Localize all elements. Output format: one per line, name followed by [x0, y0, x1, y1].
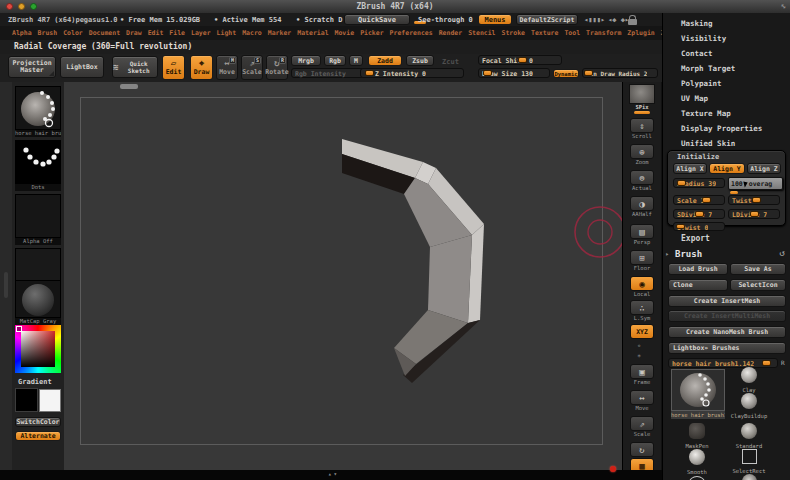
zsub-button[interactable]: Zsub: [406, 55, 434, 66]
z-intensity-slider[interactable]: Z Intensity 0: [360, 68, 464, 78]
reset-icon[interactable]: ↺: [780, 248, 785, 258]
scroll-arrows-icon[interactable]: ▴▾: [328, 470, 339, 477]
select-icon-button[interactable]: SelectIcon: [730, 279, 786, 291]
menu-brush[interactable]: Brush: [38, 29, 58, 37]
main-color-swatch[interactable]: [15, 388, 38, 412]
brush-thumb-selectlasso[interactable]: SelectLasso: [675, 474, 719, 480]
brush-thumb-clay[interactable]: Clay: [727, 367, 771, 394]
align-z-button[interactable]: Align Z: [747, 163, 781, 174]
see-through-label[interactable]: See-through 0: [418, 16, 473, 24]
itwist-slider[interactable]: ITwist 0: [673, 222, 725, 231]
clone-button[interactable]: Clone: [668, 279, 728, 291]
menu-zplugin[interactable]: Zplugin: [627, 29, 654, 37]
menu-light[interactable]: Light: [217, 29, 237, 37]
current-alpha-thumb[interactable]: [15, 194, 61, 238]
shelf-move[interactable]: ↔Move: [629, 390, 655, 411]
menu-preferences[interactable]: Preferences: [390, 29, 433, 37]
mrgb-button[interactable]: Mrgb: [291, 55, 321, 66]
rgb-button[interactable]: Rgb: [324, 55, 346, 66]
menu-stencil[interactable]: Stencil: [468, 29, 495, 37]
initialize-title[interactable]: Initialize: [677, 153, 719, 161]
coverage-slider-hover[interactable]: 100 overag: [728, 177, 783, 190]
menu-transform[interactable]: Transform: [586, 29, 621, 37]
create-nanomesh-button[interactable]: Create NanoMesh Brush: [668, 326, 786, 338]
brush-thumb-claybuildup[interactable]: ClayBuildup: [727, 393, 771, 420]
section-polypaint[interactable]: Polypaint: [681, 79, 722, 88]
section-texture-map[interactable]: Texture Map: [681, 109, 731, 118]
menu-tool[interactable]: Tool: [564, 29, 580, 37]
create-insertmesh-button[interactable]: Create InsertMesh: [668, 295, 786, 307]
rgb-intensity-slider[interactable]: Rgb Intensity: [291, 68, 367, 78]
dynamic-button[interactable]: Dynamic: [553, 69, 579, 78]
ldivide-slider[interactable]: LDivide 7: [728, 209, 780, 219]
section-unified-skin[interactable]: Unified Skin: [681, 139, 735, 148]
shelf-floor[interactable]: ⊞Floor: [629, 250, 655, 271]
menu-movie[interactable]: Movie: [335, 29, 355, 37]
spix-preview[interactable]: SPix: [629, 84, 655, 114]
zcut-button[interactable]: Zcut: [442, 56, 459, 67]
section-display-properties[interactable]: Display Properties: [681, 124, 762, 133]
menu-marker[interactable]: Marker: [268, 29, 291, 37]
shelf-scroll[interactable]: ⇕Scroll: [629, 118, 655, 139]
brush-panel-title[interactable]: Brush: [675, 249, 702, 259]
move-button[interactable]: M ↔ Move: [216, 55, 238, 80]
draw-button[interactable]: ⌖ Draw: [190, 55, 213, 80]
edit-button[interactable]: ▱ Edit: [162, 55, 185, 80]
shelf-actual[interactable]: ⊜Actual: [629, 170, 655, 191]
shelf-local[interactable]: ◉Local: [629, 276, 655, 297]
section-visibility[interactable]: Visibility: [681, 34, 726, 43]
menu-texture[interactable]: Texture: [531, 29, 558, 37]
min-draw-radius-slider[interactable]: Min Draw Radius 2: [582, 68, 658, 78]
scale-button[interactable]: S ⇗ Scale: [241, 55, 263, 80]
sradius-slider[interactable]: SRadius 39: [673, 178, 725, 188]
menu-file[interactable]: File: [169, 29, 185, 37]
shelf-zoom[interactable]: ⊕Zoom: [629, 144, 655, 165]
r-label[interactable]: R: [781, 359, 785, 366]
scale-slider[interactable]: Scale 1: [673, 195, 725, 205]
gradient-label[interactable]: Gradient: [18, 378, 52, 386]
brush-thumb-smooth[interactable]: Smooth: [675, 449, 719, 476]
default-zscript-button[interactable]: DefaultZScript: [516, 14, 578, 25]
current-stroke-thumb[interactable]: [15, 140, 61, 184]
color-picker[interactable]: [15, 325, 61, 373]
create-insertmultimesh-button[interactable]: Create InsertMultiMesh: [668, 310, 786, 322]
save-as-button[interactable]: Save As: [730, 263, 786, 275]
align-y-button[interactable]: Align Y: [709, 163, 745, 174]
shelf-frame[interactable]: ▣Frame: [629, 364, 655, 385]
canvas-viewport[interactable]: [64, 82, 622, 470]
focal-shift-slider[interactable]: Focal Shift 0: [478, 55, 562, 65]
lightbox-button[interactable]: LightBox: [60, 56, 104, 78]
menu-picker[interactable]: Picker: [360, 29, 383, 37]
switch-color-button[interactable]: SwitchColor: [15, 417, 61, 427]
rotate-button[interactable]: R ↻ Rotate: [266, 55, 288, 80]
spix-slider[interactable]: [634, 111, 650, 114]
shelf-xyz[interactable]: XYZ: [629, 324, 655, 339]
menu-edit[interactable]: Edit: [148, 29, 164, 37]
secondary-color-swatch[interactable]: [39, 389, 61, 412]
quicksave-button[interactable]: QuickSave: [344, 14, 410, 25]
current-material-thumb[interactable]: [15, 280, 61, 318]
sdivide-slider[interactable]: SDivide 7: [673, 209, 725, 219]
shelf-persp[interactable]: ▤Persp: [629, 224, 655, 245]
menu-draw[interactable]: Draw: [126, 29, 142, 37]
menu-material[interactable]: Material: [297, 29, 328, 37]
menu-color[interactable]: Color: [63, 29, 83, 37]
menu-stroke[interactable]: Stroke: [502, 29, 525, 37]
section-uv-map[interactable]: UV Map: [681, 94, 708, 103]
load-brush-button[interactable]: Load Brush: [668, 263, 728, 275]
zadd-button[interactable]: Zadd: [368, 55, 402, 66]
lightbox-brushes-button[interactable]: Lightbox» Brushes: [668, 342, 786, 354]
draw-size-slider[interactable]: Draw Size 130: [478, 68, 550, 78]
brush-thumb-selectrect[interactable]: SelectRect: [727, 449, 771, 475]
menu-render[interactable]: Render: [439, 29, 462, 37]
shelf-aahalf[interactable]: ◑AAHalf: [629, 196, 655, 217]
menu-document[interactable]: Document: [89, 29, 120, 37]
quick-sketch-button[interactable]: ≋ Quick Sketch: [112, 56, 158, 78]
titlebar[interactable]: ZBrush 4R7 (x64) ↔: [0, 0, 790, 14]
twist-slider[interactable]: Twist 0: [728, 195, 780, 205]
spin-z-icon[interactable]: ∗: [637, 352, 641, 360]
align-x-button[interactable]: Align X: [673, 163, 707, 174]
selected-brush-thumb[interactable]: [671, 369, 725, 411]
lock-icon[interactable]: [628, 19, 637, 25]
undo-history-icon[interactable]: ◂▮▮▮▸: [584, 16, 605, 24]
